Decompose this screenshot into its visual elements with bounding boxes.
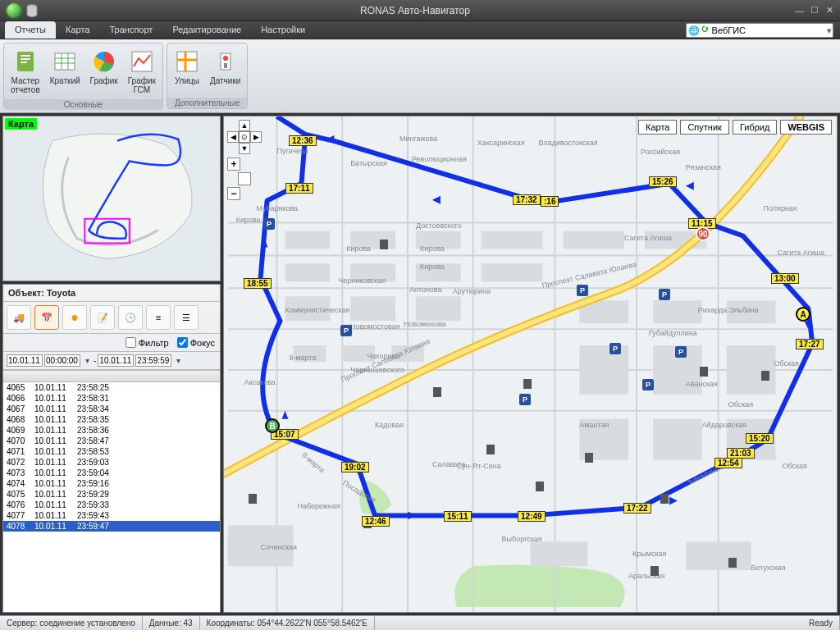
layer-btn-3[interactable]: WEBGIS <box>780 120 832 135</box>
menu-tab-2[interactable]: Транспорт <box>99 21 162 39</box>
table-row[interactable]: 407410.01.1123:59:16 <box>3 478 220 489</box>
table-row[interactable]: 406510.01.1123:58:25 <box>3 382 220 393</box>
layer-buttons: КартаСпутникГибридWEBGIS <box>638 120 832 135</box>
zoom-track[interactable] <box>238 172 251 185</box>
obj-btn-misc[interactable]: ☰ <box>174 305 199 330</box>
svg-text:Набережная: Набережная <box>297 502 340 510</box>
status-data: Данные: 43 <box>143 616 200 630</box>
table-row[interactable]: 407510.01.1123:59:29 <box>3 489 220 500</box>
table-row[interactable]: 407110.01.1123:58:53 <box>3 446 220 457</box>
close-button[interactable]: ✕ <box>822 5 837 16</box>
svg-text:Хаксаринская: Хаксаринская <box>477 139 525 147</box>
table-row[interactable]: 407010.01.1123:58:47 <box>3 436 220 446</box>
svg-rect-5 <box>55 53 75 70</box>
table-row[interactable]: 407710.01.1123:59:43 <box>3 510 220 521</box>
ribbon-brief[interactable]: Краткий <box>45 45 85 98</box>
svg-text:Аванская: Аванская <box>686 380 718 388</box>
svg-rect-45 <box>350 296 395 321</box>
layer-btn-0[interactable]: Карта <box>638 120 677 135</box>
table-row[interactable]: 406910.01.1123:58:36 <box>3 425 220 436</box>
svg-rect-4 <box>21 62 27 63</box>
date-from[interactable] <box>7 354 43 367</box>
map-view[interactable]: КироваБатырскаяМингажеваРеволюционнаяХак… <box>223 116 838 613</box>
table-row[interactable]: 406610.01.1123:58:31 <box>3 393 220 404</box>
status-ready: Ready <box>802 616 840 630</box>
svg-rect-12 <box>177 52 197 71</box>
parking-icon: P <box>263 218 275 230</box>
object-toolbar: 🚚 📅 ● 📝 🕒 ≡ ☰ <box>3 302 220 334</box>
time-tag: 15:26 <box>649 176 677 187</box>
layer-btn-2[interactable]: Гибрид <box>733 120 777 135</box>
from-dropdown[interactable]: ▾ <box>82 356 92 365</box>
focus-checkbox[interactable]: Фокус <box>177 337 215 348</box>
menu-tab-1[interactable]: Карта <box>56 21 99 39</box>
pan-north[interactable]: ▲ <box>239 120 250 131</box>
pan-east[interactable]: ▶ <box>250 131 262 143</box>
table-row[interactable]: 407210.01.1123:59:03 <box>3 457 220 468</box>
to-dropdown[interactable]: ▾ <box>173 356 183 365</box>
menu-tab-4[interactable]: Настройки <box>251 21 315 39</box>
obj-btn-notes[interactable]: 📝 <box>90 305 115 330</box>
minimap[interactable]: Карта <box>2 116 221 281</box>
ribbon-streets[interactable]: Улицы <box>169 45 205 96</box>
svg-text:Российская: Российская <box>641 148 680 156</box>
map-controls: ▲ ▼ ◀ ▶ ⊙ + − <box>227 120 262 202</box>
obj-btn-alert[interactable]: ● <box>62 305 87 330</box>
svg-text:Сочинская: Сочинская <box>261 543 297 551</box>
obj-btn-clock[interactable]: 🕒 <box>118 305 143 330</box>
table-row[interactable]: 406810.01.1123:58:35 <box>3 414 220 425</box>
svg-text:Обская: Обская <box>728 400 754 409</box>
ribbon-pie[interactable]: График <box>85 45 123 98</box>
pan-west[interactable]: ◀ <box>227 131 239 143</box>
menu-tab-0[interactable]: Отчеты <box>5 21 56 39</box>
table-row[interactable]: 407810.01.1123:59:47 <box>3 521 220 532</box>
time-to[interactable] <box>135 354 171 367</box>
svg-text:Кирова: Кирова <box>420 244 445 253</box>
parking-icon: P <box>609 343 621 354</box>
svg-text:Коммунистическая: Коммунистическая <box>285 306 349 314</box>
obj-btn-calendar[interactable]: 📅 <box>34 305 59 330</box>
parking-icon: P <box>340 325 352 336</box>
maximize-button[interactable]: ☐ <box>807 5 822 16</box>
svg-rect-34 <box>285 231 330 249</box>
table-row[interactable]: 406710.01.1123:58:34 <box>3 404 220 414</box>
minimize-button[interactable]: — <box>792 6 807 16</box>
table-row[interactable]: 407610.01.1123:59:33 <box>3 500 220 510</box>
ribbon-report[interactable]: Мастеротчетов <box>6 45 45 98</box>
svg-text:Губайдуллина: Губайдуллина <box>649 329 697 337</box>
date-to[interactable] <box>98 354 134 367</box>
filter-checkbox[interactable]: Фильтр <box>126 337 169 348</box>
svg-rect-52 <box>727 345 776 395</box>
svg-rect-37 <box>482 231 543 249</box>
pan-south[interactable]: ▼ <box>239 143 250 154</box>
time-tag: 12:54 <box>714 458 742 468</box>
data-grid[interactable]: 406510.01.1123:58:25406610.01.1123:58:31… <box>3 370 220 612</box>
menu-tab-3[interactable]: Редактирование <box>162 21 251 39</box>
address-input[interactable] <box>710 25 827 35</box>
layer-btn-1[interactable]: Спутник <box>680 120 728 135</box>
address-dropdown[interactable]: ▾ <box>827 25 833 36</box>
pan-center[interactable]: ⊙ <box>239 131 250 143</box>
svg-text:Выборгская: Выборгская <box>502 535 542 543</box>
ribbon-chart[interactable]: ГрафикГСМ <box>123 45 161 98</box>
zoom-out[interactable]: − <box>227 187 240 200</box>
app-orb-icon <box>7 3 21 18</box>
fuel-icon <box>523 379 532 389</box>
svg-text:Мубарякова: Мубарякова <box>257 204 298 212</box>
svg-text:Кадовая: Кадовая <box>375 421 404 429</box>
svg-text:Кирова: Кирова <box>236 216 261 224</box>
time-from[interactable] <box>44 354 80 367</box>
time-tag: 12:36 <box>289 135 317 146</box>
obj-btn-list[interactable]: ≡ <box>146 305 171 330</box>
globe-icon: 🌐 <box>688 25 700 36</box>
svg-rect-40 <box>285 263 330 281</box>
ribbon-sensors[interactable]: Датчики <box>205 45 245 96</box>
zoom-in[interactable]: + <box>227 158 240 171</box>
refresh-icon[interactable] <box>701 25 709 36</box>
address-box[interactable]: 🌐 ▾ <box>686 23 833 38</box>
minimap-label: Карта <box>5 118 37 130</box>
time-tag: 15:11 <box>444 511 472 522</box>
status-server: Сервер: соединение установлено <box>0 616 143 630</box>
table-row[interactable]: 407310.01.1123:59:04 <box>3 468 220 478</box>
obj-btn-vehicle[interactable]: 🚚 <box>7 305 31 330</box>
